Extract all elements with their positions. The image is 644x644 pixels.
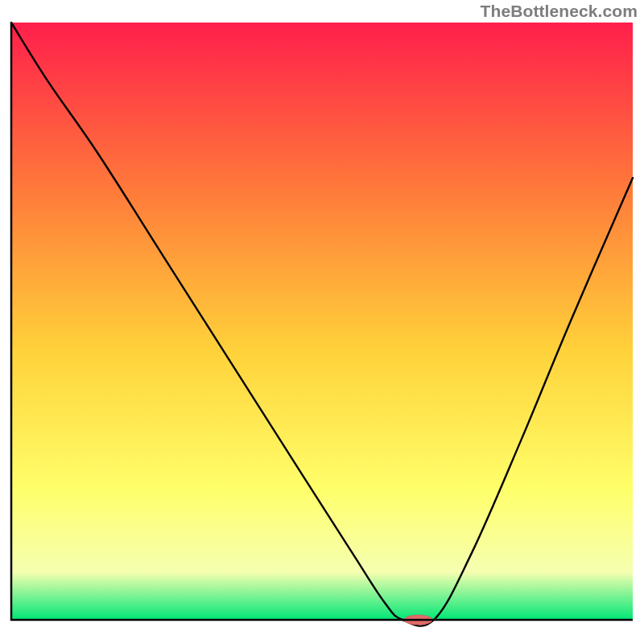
attribution-label: TheBottleneck.com: [481, 2, 638, 21]
plot-background: [11, 23, 633, 620]
chart-svg: [0, 0, 644, 644]
bottleneck-chart: TheBottleneck.com: [0, 0, 644, 644]
